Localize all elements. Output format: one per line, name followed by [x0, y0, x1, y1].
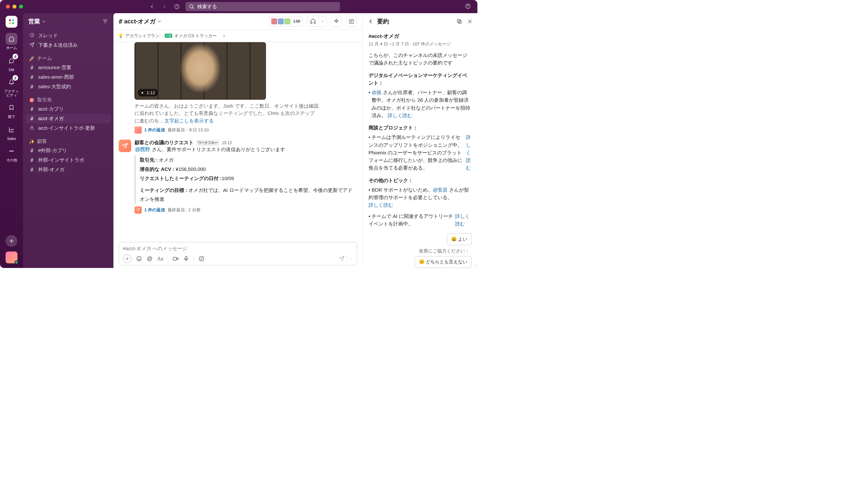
section-customers[interactable]: ✨顧客: [25, 133, 111, 146]
chevron-down-icon[interactable]: [349, 257, 353, 261]
sidebar-channel[interactable]: #sales-大型成約: [25, 82, 111, 91]
mention[interactable]: @孫: [372, 90, 381, 95]
read-more-link[interactable]: 詳しく読む: [369, 202, 393, 208]
svg-rect-5: [9, 22, 11, 24]
workflow-message: 顧客との会議のリクエスト ワークフロー 15:13 @西野 さん、案件サポートリ…: [119, 140, 357, 214]
thread-summary[interactable]: 1 件の返信 最終返信 : 今日 13:10: [134, 127, 357, 134]
huddle-menu[interactable]: [318, 16, 327, 27]
nav-back-button[interactable]: [148, 3, 156, 11]
show-transcript-link[interactable]: 文字起こしを表示する: [164, 118, 214, 123]
read-more-link[interactable]: 詳しく読む: [466, 133, 472, 171]
sidebar-channel[interactable]: ##外部-カプリ: [25, 146, 111, 155]
composer-slash[interactable]: [199, 256, 205, 262]
send-icon: [29, 42, 34, 47]
search-input[interactable]: 検索する: [185, 2, 340, 11]
sidebar-channel[interactable]: #sales-amer-西部: [25, 72, 111, 82]
play-icon: [141, 91, 144, 95]
feedback-good[interactable]: 😀 よい: [447, 233, 472, 245]
bookmark-bar: 💡アカウントプラン ✓☰オメガ CS トラッカー ＋: [113, 30, 362, 42]
filter-icon[interactable]: [102, 18, 108, 24]
svg-point-12: [137, 256, 141, 261]
read-more-link[interactable]: 詳しく読む: [388, 113, 412, 118]
bookmark-item[interactable]: 💡アカウントプラン: [118, 33, 159, 39]
rail-more[interactable]: その他: [3, 145, 20, 163]
svg-rect-11: [350, 19, 353, 23]
section-accounts[interactable]: 🎯取引先: [25, 91, 111, 104]
popout-icon[interactable]: [456, 18, 462, 24]
workspace-menu[interactable]: 営業: [23, 13, 113, 30]
thread-icon: [29, 33, 34, 38]
plus-icon: [9, 238, 14, 244]
huddle-button[interactable]: [307, 16, 318, 27]
summary-heading: デジタルイノベーションマーケティングイベント：: [369, 71, 472, 87]
summary-bullet: • BDR サポートがないため、@安居 さんが契約管理のサポートを必要としている…: [369, 186, 472, 209]
summary-bullet: • チームは予測ルーティングによりライセンスのアップリフトをポジショニング中。P…: [369, 133, 472, 171]
paper-plane-icon: [122, 143, 128, 149]
composer-attach[interactable]: [123, 254, 132, 263]
help-button[interactable]: [465, 3, 472, 10]
avatar: [134, 127, 142, 134]
rail-dm[interactable]: DM 4: [3, 55, 20, 72]
rail-add-button[interactable]: [6, 235, 18, 247]
chart-icon: [9, 127, 14, 133]
nav-rail: ホーム DM 4 アクティビティ 2 後で Sales そ: [0, 13, 23, 268]
rail-later[interactable]: 後で: [3, 102, 20, 119]
mention[interactable]: @西野: [134, 147, 151, 152]
workspace-switcher[interactable]: [6, 16, 18, 28]
sparkle-icon: [333, 18, 339, 24]
composer-format[interactable]: Aa: [157, 256, 163, 262]
svg-point-8: [11, 151, 12, 151]
thread-summary[interactable]: 1 件の返信 最終返信 : 2 分前: [134, 207, 357, 214]
sidebar-channel-active[interactable]: #acct-オメガ: [25, 114, 111, 123]
summary-daterange: 11 月 4 日～2 月 7 日 · 107 件のメッセージ: [369, 41, 472, 47]
send-icon[interactable]: [339, 256, 344, 262]
more-icon: [9, 148, 14, 154]
window-controls[interactable]: [6, 4, 23, 9]
rail-home[interactable]: ホーム: [3, 33, 20, 50]
bookmark-item[interactable]: ✓☰オメガ CS トラッカー: [165, 33, 217, 39]
feedback-neutral[interactable]: 😐 どちらとも言えない: [415, 256, 472, 268]
home-icon: [9, 36, 14, 42]
member-count[interactable]: 149: [269, 17, 303, 26]
composer-audio[interactable]: [183, 256, 189, 262]
message-composer[interactable]: @ Aa: [119, 242, 357, 265]
sidebar-channel[interactable]: #外部-インサイトラボ: [25, 155, 111, 165]
composer-video[interactable]: [173, 256, 178, 262]
smile-icon: [136, 256, 142, 262]
video-clip[interactable]: 1:12: [134, 42, 266, 100]
sidebar-channel-private[interactable]: acct-インサイトラボ-更新: [25, 123, 111, 133]
rail-sales[interactable]: Sales: [3, 124, 20, 141]
video-duration: 1:12: [138, 89, 158, 97]
rail-activity[interactable]: アクティビティ 2: [3, 77, 20, 97]
sidebar-threads[interactable]: スレッド: [25, 31, 111, 40]
search-placeholder: 検索する: [197, 4, 217, 10]
sidebar-drafts[interactable]: 下書き＆送信済み: [25, 40, 111, 50]
video-transcript: チームの皆さん、おはようございます。Josh です。ここ数日、オンサイト後は確認…: [134, 102, 319, 124]
composer-mention[interactable]: @: [147, 256, 153, 262]
svg-rect-16: [457, 19, 460, 22]
canvas-button[interactable]: [346, 16, 357, 27]
ai-sparkle-button[interactable]: [331, 16, 342, 27]
composer-input[interactable]: [123, 245, 353, 251]
lock-icon: [30, 125, 34, 130]
bookmark-add[interactable]: ＋: [222, 33, 226, 39]
back-icon[interactable]: [367, 18, 374, 25]
summary-heading: その他のトピック：: [369, 177, 472, 184]
section-team[interactable]: 🚀チーム: [25, 50, 111, 63]
activity-badge: 2: [12, 75, 18, 81]
nav-forward-button[interactable]: [161, 3, 168, 11]
channel-title[interactable]: #acct-オメガ: [119, 18, 162, 26]
slash-icon: [199, 256, 205, 262]
user-avatar[interactable]: [6, 252, 18, 263]
sidebar-channel[interactable]: #外部-オメガ: [25, 165, 111, 174]
read-more-link[interactable]: 詳しく読む: [455, 212, 472, 228]
mention[interactable]: @安居: [433, 187, 447, 193]
history-button[interactable]: [173, 3, 181, 11]
sidebar-channel[interactable]: #announce-営業: [25, 63, 111, 72]
close-icon[interactable]: [467, 18, 473, 24]
sidebar-channel[interactable]: #acct-カプリ: [25, 104, 111, 114]
workflow-name: 顧客との会議のリクエスト: [134, 140, 194, 146]
message-text: @西野 さん、案件サポートリクエストの送信ありがとうございます: [134, 147, 357, 153]
composer-emoji[interactable]: [136, 256, 142, 262]
presence-indicator: [14, 260, 18, 264]
